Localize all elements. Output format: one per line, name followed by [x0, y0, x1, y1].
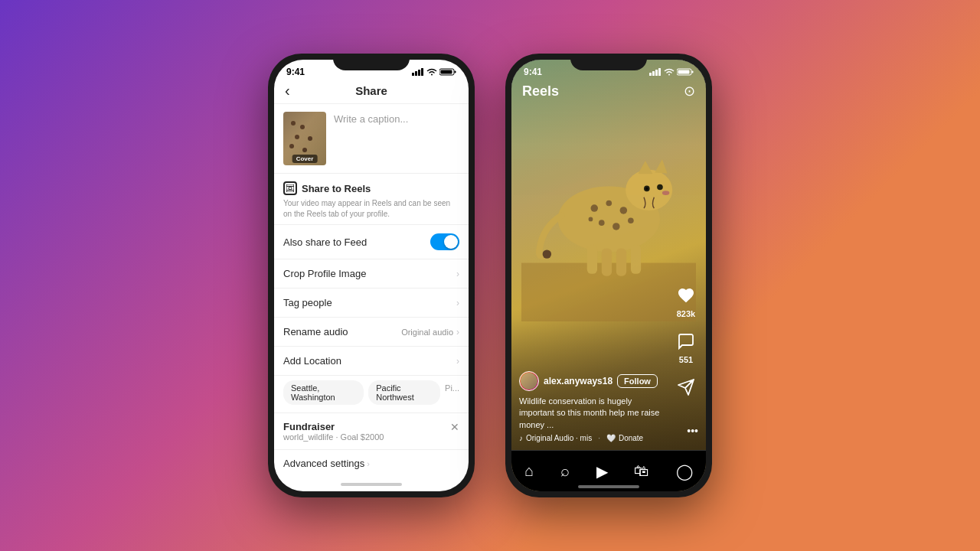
reels-title: Reels [522, 83, 559, 99]
location-tag-more[interactable]: Pi... [445, 380, 459, 405]
svg-point-23 [599, 220, 605, 227]
reels-film-icon [286, 184, 294, 192]
right-status-time: 9:41 [524, 67, 542, 77]
share-to-reels-section: Share to Reels Your video may appear in … [274, 174, 469, 225]
svg-rect-37 [692, 71, 694, 73]
battery-icon [439, 68, 456, 76]
svg-rect-34 [655, 70, 658, 76]
svg-point-19 [662, 191, 670, 196]
svg-marker-14 [638, 161, 652, 174]
svg-point-20 [590, 205, 598, 213]
svg-point-22 [619, 207, 627, 215]
svg-rect-28 [601, 249, 611, 276]
right-phone: 9:41 [505, 54, 712, 497]
left-phone: 9:41 [268, 54, 475, 497]
svg-point-25 [588, 217, 593, 222]
left-status-icons [412, 68, 456, 76]
also-share-feed-label: Also share to Feed [283, 236, 367, 248]
home-bar [341, 483, 402, 486]
svg-rect-29 [616, 249, 626, 276]
like-action[interactable]: 823k [674, 283, 698, 318]
crop-profile-row[interactable]: Crop Profile Image › [274, 259, 469, 289]
heart-icon [674, 283, 698, 308]
fundraiser-close-icon[interactable]: ✕ [450, 421, 459, 433]
caption-input[interactable]: Write a caption... [334, 112, 408, 165]
user-row: alex.anyways18 Follow [519, 371, 660, 391]
feed-toggle[interactable] [430, 233, 459, 250]
phone-notch [333, 54, 410, 70]
also-share-feed-row: Also share to Feed [274, 225, 469, 259]
comment-count: 551 [679, 355, 693, 364]
reels-top-nav: Reels ⊙ [511, 81, 706, 104]
svg-rect-32 [649, 73, 652, 76]
video-thumbnail[interactable]: Cover [283, 112, 326, 165]
tag-people-row[interactable]: Tag people › [274, 289, 469, 318]
like-count: 823k [677, 309, 695, 318]
svg-rect-10 [286, 190, 294, 191]
advanced-settings-row[interactable]: Advanced settings › [274, 450, 469, 477]
crop-profile-label: Crop Profile Image [283, 268, 366, 279]
right-status-bar: 9:41 [511, 60, 706, 81]
location-tags-row: Seattle, Washington Pacific Northwest Pi… [274, 376, 469, 413]
right-phone-screen: 9:41 [511, 60, 706, 491]
location-tag-seattle[interactable]: Seattle, Washington [283, 380, 364, 405]
comment-action[interactable]: 551 [674, 329, 698, 364]
svg-point-18 [645, 187, 648, 191]
share-action[interactable] [674, 375, 698, 399]
nav-shop-icon[interactable]: 🛍 [634, 462, 649, 480]
original-audio-label: Original audio [401, 328, 453, 337]
svg-rect-9 [286, 186, 294, 187]
nav-search-icon[interactable]: ⌕ [560, 462, 570, 480]
share-content: Cover Write a caption... [274, 104, 469, 478]
svg-rect-38 [678, 70, 690, 74]
fundraiser-title: Fundraiser [283, 421, 384, 432]
reels-icon [283, 181, 297, 195]
more-options-button[interactable]: ••• [687, 424, 698, 438]
right-home-indicator [578, 485, 639, 488]
follow-button[interactable]: Follow [617, 374, 658, 388]
rename-audio-row[interactable]: Rename audio Original audio › [274, 318, 469, 347]
action-icons-panel: 823k 551 [674, 283, 698, 399]
svg-rect-35 [658, 68, 661, 76]
donate-button[interactable]: Donate [619, 434, 643, 442]
svg-rect-0 [412, 73, 414, 76]
svg-point-24 [612, 223, 620, 231]
right-signal-icon [649, 68, 662, 76]
reel-caption: Wildlife conservation is hugely importan… [519, 396, 660, 431]
rename-chevron-icon: › [456, 327, 459, 337]
svg-rect-6 [441, 70, 452, 74]
fundraiser-sub: world_wildlife · Goal $2000 [283, 432, 384, 442]
location-tag-pacific[interactable]: Pacific Northwest [368, 380, 440, 405]
location-chevron-icon: › [456, 356, 459, 367]
svg-rect-27 [586, 245, 596, 274]
add-location-row[interactable]: Add Location › [274, 347, 469, 376]
svg-point-8 [289, 187, 292, 190]
cover-label: Cover [292, 155, 318, 163]
reels-header-row: Share to Reels [283, 181, 459, 195]
svg-point-21 [606, 201, 612, 207]
heart-svg [677, 286, 695, 305]
cheetah-illustration [521, 103, 697, 321]
svg-marker-15 [655, 160, 667, 174]
reels-bottom-info: alex.anyways18 Follow Wildlife conservat… [511, 371, 668, 448]
svg-rect-1 [415, 71, 417, 76]
share-title: Share [355, 84, 387, 97]
rename-audio-right: Original audio › [401, 327, 459, 337]
nav-reels-icon[interactable]: ▶ [596, 462, 608, 481]
svg-rect-7 [286, 184, 294, 192]
tag-chevron-icon: › [456, 298, 459, 308]
caption-row: Cover Write a caption... [274, 104, 469, 174]
svg-rect-5 [455, 71, 456, 73]
svg-rect-30 [631, 245, 641, 274]
back-button[interactable]: ‹ [285, 82, 290, 99]
comment-svg [677, 332, 695, 350]
camera-icon[interactable]: ⊙ [684, 83, 695, 99]
user-avatar [519, 371, 539, 391]
svg-rect-3 [421, 68, 423, 76]
wifi-icon [426, 68, 437, 76]
three-dots-icon: ••• [687, 425, 698, 437]
nav-home-icon[interactable]: ⌂ [524, 462, 534, 480]
nav-profile-icon[interactable]: ◯ [676, 462, 693, 481]
rename-audio-label: Rename audio [283, 326, 348, 337]
share-to-reels-label: Share to Reels [302, 183, 371, 194]
